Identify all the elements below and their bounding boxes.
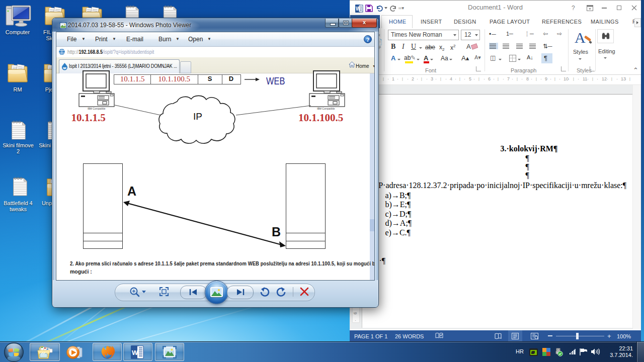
svg-text:W: W xyxy=(132,349,138,356)
svg-text:IP: IP xyxy=(193,111,202,122)
